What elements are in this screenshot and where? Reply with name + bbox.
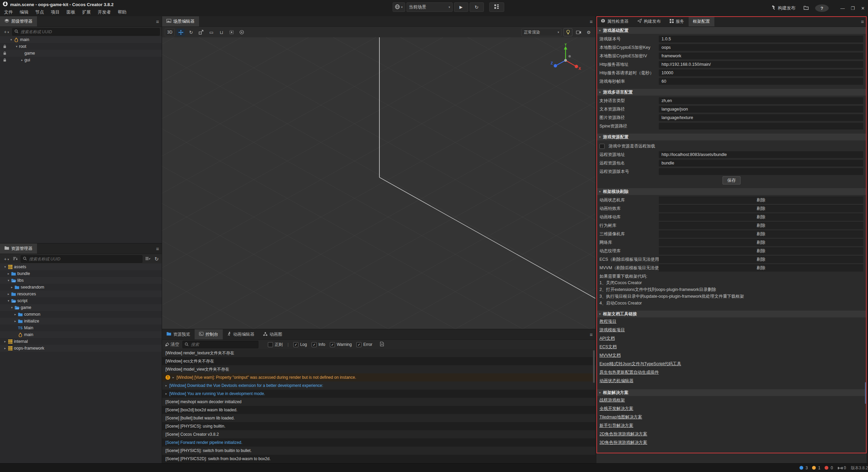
hierarchy-search[interactable] [12,28,160,36]
Info-checkbox[interactable]: ✓ [312,342,317,347]
chevron-closed-icon[interactable]: ▸ [6,272,11,275]
chevron-open-icon[interactable]: ▾ [9,38,14,41]
console-line[interactable]: [Window] model_view文件夹不存在 [162,365,595,373]
tree-item-assets[interactable]: ▾ assets [0,263,162,270]
minimize-button[interactable]: — [837,4,848,13]
tree-item-Main[interactable]: TSMain [0,324,162,331]
module-remove-button[interactable]: 剔除 [757,240,765,245]
tab-构建发布[interactable]: 构建发布 [633,16,665,26]
inspector-menu-icon[interactable]: ≡ [861,16,864,26]
module-remove-button[interactable]: 剔除 [757,223,765,229]
menu-开发者[interactable]: 开发者 [94,8,114,16]
tab-服务[interactable]: 服务 [665,16,689,26]
expand-chevron-icon[interactable]: ▸ [165,381,167,390]
chevron-closed-icon[interactable]: ▸ [13,313,18,316]
axis-gizmo[interactable]: Y X Z [549,43,582,77]
tree-item-common[interactable]: ▸ common [0,311,162,318]
filter-assets-icon[interactable] [144,256,151,261]
layout-button[interactable] [489,2,504,12]
solution-link-全栈开发解决方案[interactable]: 全栈开发解决方案 [599,405,633,413]
scene-light-toggle[interactable] [564,28,572,36]
benchmark-indicator[interactable]: 0 [838,466,846,470]
menu-扩展[interactable]: 扩展 [79,8,94,16]
solution-link-3D角色扮演游戏解决方案[interactable]: 3D角色扮演游戏解决方案 [599,438,647,447]
console-line[interactable]: [Scene] Cocos Creator v3.8.2 [162,430,595,438]
console-message-counts[interactable]: 3 1 0 [800,466,833,470]
build-publish-button[interactable]: 构建发布 [768,4,798,13]
restart-button[interactable]: ↻ [470,2,484,12]
menu-文件[interactable]: 文件 [1,8,16,16]
field-input[interactable]: http://192.168.0.150/main/ [659,61,863,68]
module-remove-button[interactable]: 剔除 [757,231,765,237]
doc-link-API文档[interactable]: API文档 [599,334,615,343]
rect-tool[interactable]: ▭ [207,28,215,36]
solution-link-Tiledmap地图解决方案[interactable]: Tiledmap地图解决方案 [599,413,642,421]
create-node-button[interactable]: ＋▾ [2,29,10,35]
console-line[interactable]: !▸[Window] [Vue warn]: Property "onInput… [162,373,595,381]
expand-chevron-icon[interactable]: ▸ [173,373,174,381]
assets-search-input[interactable] [28,256,140,262]
regex-filter[interactable]: 正则 [268,342,283,348]
doc-link-MVVM文档[interactable]: MVVM文档 [599,351,621,360]
inspector-scrollbar[interactable] [865,382,866,404]
status-count-info[interactable]: 3 [800,466,808,470]
hierarchy-search-input[interactable] [20,29,157,35]
save-button[interactable]: 保存 [723,176,741,184]
log-file-icon[interactable] [379,342,385,347]
console-line[interactable]: [Scene] [PHYSICS]: switch from builtin t… [162,447,595,455]
status-count-error[interactable]: 0 [825,466,833,470]
menu-编辑[interactable]: 编辑 [16,8,32,16]
play-button[interactable]: ▶ [454,2,468,12]
console-search-input[interactable] [190,342,256,347]
field-input[interactable]: oops [659,44,863,51]
field-input[interactable]: language/texture [659,114,863,121]
field-input[interactable]: 60 [659,78,863,85]
assets-menu-icon[interactable]: ≡ [156,243,159,254]
solution-link-新手引导解决方案[interactable]: 新手引导解决方案 [599,421,633,430]
tree-item-script[interactable]: ▾ script [0,297,162,304]
clear-console-button[interactable]: 清空 [164,341,180,348]
console-line[interactable]: [Scene] [PHYSICS]: using builtin. [162,422,595,430]
chevron-closed-icon[interactable]: ▸ [3,347,7,350]
chevron-open-icon[interactable]: ▾ [6,299,11,302]
menu-项目[interactable]: 项目 [47,8,63,16]
tab-assets[interactable]: 资源管理器 [0,243,37,254]
tree-item-game[interactable]: game [0,50,162,57]
chevron-open-icon[interactable]: ▾ [6,279,11,282]
maximize-button[interactable]: ❐ [848,4,858,13]
refresh-assets-icon[interactable]: ↻ [153,256,160,262]
section-solutions[interactable]: ▾ 框架解决方案 [596,389,867,396]
tree-item-bundle[interactable]: ▸ bundle [0,270,162,277]
assets-search[interactable] [21,255,143,263]
menu-面板[interactable]: 面板 [63,8,79,16]
filter-Log[interactable]: ✓ Log [293,342,307,347]
console-line[interactable]: [Window] ecs文件夹不存在 [162,357,595,365]
field-input[interactable]: language/json [659,106,863,113]
filter-Info[interactable]: ✓ Info [312,342,325,347]
doc-link-动画状态机编辑器[interactable]: 动画状态机编辑器 [599,377,633,385]
chevron-open-icon[interactable]: ▾ [3,265,7,269]
console-line[interactable]: ▸[Window] You are running Vue in develop… [162,390,595,398]
tree-item-oops-framework[interactable]: ▸ oops-framework [0,345,162,352]
create-asset-button[interactable]: ＋▾ [2,256,10,262]
render-mode-dropdown[interactable]: 正常渲染 ▾ [521,28,561,36]
field-input[interactable]: 10000 [659,70,863,76]
field-input[interactable]: 1.0.5 [659,36,863,42]
doc-link-教程项目[interactable]: 教程项目 [599,317,616,326]
console-line[interactable]: [Scene] [box2d]:box2d wasm lib loaded. [162,406,595,414]
tab-hierarchy[interactable]: 层级管理器 [0,16,37,26]
section-resource[interactable]: ▾ 游戏资源配置 [596,134,867,140]
help-button[interactable]: ? [815,4,829,12]
chevron-closed-icon[interactable]: ▸ [6,292,11,296]
tree-item-seedrandom[interactable]: ▸ seedrandom [0,284,162,291]
filter-Error[interactable]: ✓ Error [356,342,372,347]
sort-assets-icon[interactable] [12,256,19,261]
gizmo-2d-tool[interactable]: ⊔ [217,28,225,36]
tree-item-libs[interactable]: ▾ libs [0,277,162,284]
module-remove-button[interactable]: 剔除 [757,257,765,262]
section-modules[interactable]: ▾ 框架模块剔除 [596,188,867,195]
scene-select-dropdown[interactable]: 当前场景 ▾ [407,2,453,12]
field-input[interactable] [659,123,863,130]
field-input[interactable]: bundle [659,160,863,166]
console-scrollbar[interactable] [593,350,595,383]
